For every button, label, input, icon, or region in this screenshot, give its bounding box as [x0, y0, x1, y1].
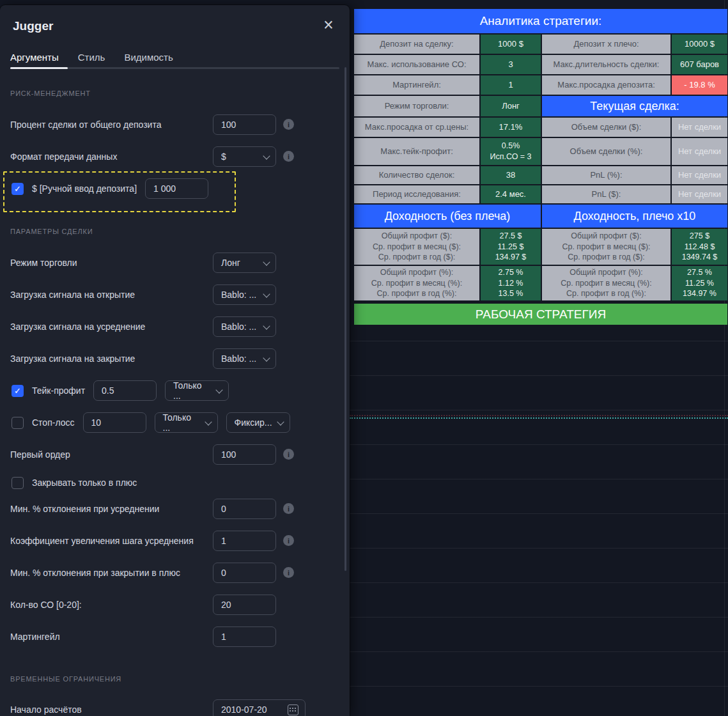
field-label: Формат передачи данных — [10, 152, 208, 162]
close-icon[interactable]: × — [319, 15, 338, 35]
table-cell-value: 0.5% Исп.СО = 3 — [481, 138, 541, 165]
analytics-title: Аналитика стратегии: — [354, 9, 727, 33]
field-row-trade-mode: Режим торговли Лонг — [10, 253, 276, 273]
stop-loss-input[interactable] — [83, 412, 146, 433]
select-value: Только ... — [173, 380, 212, 401]
table-row: Общий профит ($): Ср. профит в месяц ($)… — [354, 229, 727, 265]
calc-start-date-input[interactable]: 2010-07-20 — [213, 699, 306, 716]
field-row-first-order: Первый ордер i — [10, 444, 276, 465]
field-label: Кол-во СО [0-20]: — [10, 600, 208, 610]
dialog-title: Jugger — [13, 19, 53, 33]
chevron-down-icon — [205, 418, 212, 425]
table-cell-value: 2.4 мес. — [481, 185, 541, 203]
profit-pct-labels: Общий профит (%): Ср. профит в месяц (%)… — [354, 266, 479, 300]
signal-close-select[interactable]: Bablo: ... — [213, 348, 276, 369]
info-icon[interactable]: i — [283, 119, 294, 130]
table-cell-value: 10000 $ — [672, 35, 727, 54]
info-icon[interactable]: i — [283, 503, 294, 514]
table-cell-value: 38 — [481, 166, 541, 184]
table-row: Макс.тейк-профит: 0.5% Исп.СО = 3 Объем … — [354, 138, 727, 165]
stop-loss-mode-select[interactable]: Только ... — [155, 412, 218, 433]
table-cell-value: 1000 $ — [481, 35, 541, 54]
tab-visibility[interactable]: Видимость — [124, 49, 173, 65]
data-format-select[interactable]: $ — [213, 146, 276, 167]
table-row: Количество сделок: 38 PnL (%): Нет сделк… — [354, 166, 727, 184]
close-plus-only-checkbox[interactable] — [12, 477, 24, 489]
table-row: Общий профит (%): Ср. профит в месяц (%)… — [354, 266, 727, 300]
table-cell-value-drawdown: - 19.8 % — [672, 75, 727, 95]
field-row-data-format: Формат передачи данных $ i — [10, 146, 276, 167]
select-value: $ — [221, 152, 226, 162]
table-row: Доходность (без плеча) Доходность, плечо… — [354, 205, 727, 228]
field-label: Коэффициент увеличения шага усреднения — [10, 536, 208, 546]
table-cell-label: Макс.просадка депозита: — [542, 75, 670, 95]
field-label: Загрузка сигнала на закрытие — [10, 354, 208, 364]
table-cell-value: Лонг — [481, 96, 541, 116]
dialog-scrollbar[interactable] — [345, 67, 346, 571]
stop-loss-checkbox[interactable] — [12, 417, 24, 429]
info-icon[interactable]: i — [283, 567, 294, 578]
martingale-input[interactable] — [213, 626, 276, 647]
field-row-signal-open: Загрузка сигнала на открытие Bablo: ... — [10, 284, 276, 305]
table-cell-label: Период исследования: — [354, 185, 479, 203]
chevron-down-icon — [263, 354, 270, 361]
field-row-min-dev-avg: Мин. % отклонения при усреднении i — [10, 499, 276, 519]
profit-usd-labels: Общий профит ($): Ср. профит в месяц ($)… — [354, 229, 479, 265]
info-icon[interactable]: i — [283, 535, 294, 546]
chart-dotted-line — [350, 417, 728, 419]
avg-step-coef-input[interactable] — [213, 531, 276, 551]
signal-open-select[interactable]: Bablo: ... — [213, 284, 276, 305]
info-icon[interactable]: i — [283, 151, 294, 162]
info-icon[interactable]: i — [283, 449, 294, 460]
table-cell-label: Макс. использование СО: — [354, 55, 479, 74]
table-cell-label: PnL (%): — [542, 166, 670, 184]
field-row-stop-loss: Стоп-лосс Только ... Фиксир... — [12, 412, 290, 433]
field-row-avg-step-coef: Коэффициент увеличения шага усреднения i — [10, 531, 276, 551]
stop-loss-type-select[interactable]: Фиксир... — [226, 412, 290, 433]
select-value: Bablo: ... — [221, 322, 256, 332]
tab-style[interactable]: Стиль — [78, 49, 105, 65]
signal-avg-select[interactable]: Bablo: ... — [213, 316, 276, 337]
calc-start-value: 2010-07-20 — [221, 704, 267, 715]
select-value: Bablo: ... — [221, 290, 256, 300]
take-profit-input[interactable] — [93, 380, 157, 401]
table-cell-label: Количество сделок: — [354, 166, 479, 184]
table-cell-label: Макс.длительность сделки: — [542, 55, 670, 74]
table-cell-label: Депозит х плечо: — [542, 35, 670, 54]
take-profit-checkbox[interactable]: ✓ — [12, 385, 24, 397]
table-cell-value: 607 баров — [672, 55, 727, 74]
field-label: Мартингейл — [10, 632, 208, 642]
active-tab-indicator — [10, 67, 68, 69]
select-value: Лонг — [221, 258, 240, 268]
min-dev-close-input[interactable] — [213, 563, 276, 583]
table-cell-value: 1 — [481, 75, 541, 95]
field-label: Загрузка сигнала на усреднение — [10, 322, 208, 332]
tabbar-divider — [10, 67, 339, 69]
chart-dotted-line-secondary — [350, 415, 728, 416]
first-order-input[interactable] — [213, 444, 276, 465]
settings-dialog: Jugger × Аргументы Стиль Видимость РИСК-… — [0, 5, 350, 716]
profit-header-base: Доходность (без плеча) — [354, 205, 541, 228]
profit-pct-leveraged: 27.5 % 11.25 % 134.97 % — [672, 266, 727, 300]
table-cell-no-trade: Нет сделки — [672, 118, 727, 137]
field-label: Процент сделки от общего депозита — [10, 120, 208, 130]
profit-usd-leveraged: 275 $ 112.48 $ 1349.74 $ — [672, 229, 727, 265]
min-dev-avg-input[interactable] — [213, 499, 276, 519]
chevron-down-icon — [215, 386, 222, 393]
field-row-martingale: Мартингейл — [10, 626, 276, 647]
table-cell-no-trade: Нет сделки — [672, 185, 727, 203]
percent-of-deposit-input[interactable] — [213, 114, 276, 135]
trade-mode-select[interactable]: Лонг — [213, 253, 276, 273]
field-row-min-dev-close: Мин. % отклонения при закрытии в плюс i — [10, 563, 276, 583]
take-profit-mode-select[interactable]: Только ... — [165, 380, 229, 401]
table-row: Макс.просадка от ср.цены: 17.1% Объем сд… — [354, 118, 727, 137]
field-label: Закрывать только в плюс — [32, 478, 137, 488]
chevron-down-icon — [263, 152, 270, 159]
calendar-icon — [288, 704, 298, 715]
manual-deposit-highlight — [3, 171, 236, 212]
section-risk-management: РИСК-МЕНЕДЖМЕНТ — [10, 90, 91, 97]
so-count-input[interactable] — [213, 595, 276, 615]
table-cell-label: Депозит на сделку: — [354, 35, 479, 54]
table-cell-value: 17.1% — [481, 118, 541, 137]
tab-arguments[interactable]: Аргументы — [10, 49, 59, 65]
